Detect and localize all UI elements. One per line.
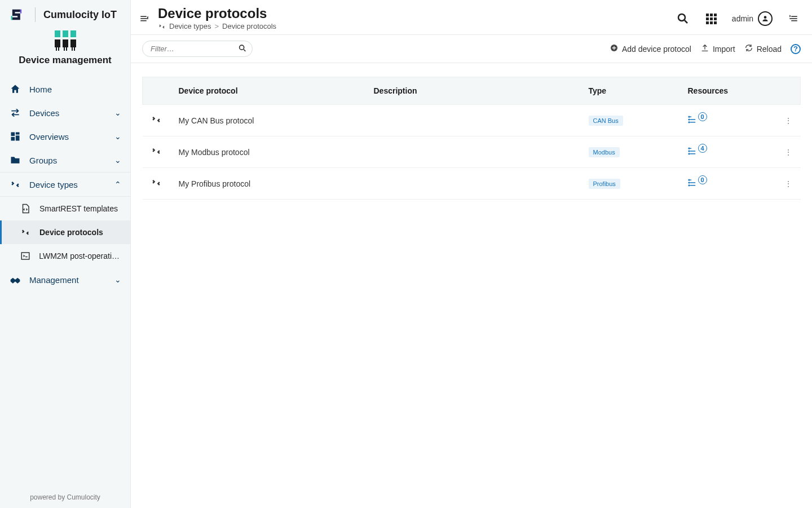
brand: Cumulocity IoT (0, 0, 130, 27)
nav-sub-lwm2m[interactable]: LWM2M post-operations (0, 244, 130, 268)
table-row[interactable]: My Modbus protocol Modbus 4 ⋮ (143, 136, 801, 168)
svg-point-27 (764, 16, 767, 19)
cell-desc (366, 136, 581, 168)
svg-rect-23 (714, 17, 717, 20)
svg-point-28 (240, 45, 244, 50)
chevron-down-icon: ⌄ (114, 156, 121, 165)
nav-groups[interactable]: Groups ⌄ (0, 148, 130, 172)
type-chip: Modbus (589, 147, 620, 157)
svg-rect-24 (706, 21, 709, 24)
dashboard-icon (9, 130, 21, 143)
row-menu-button[interactable]: ⋮ (784, 148, 793, 157)
svg-rect-1 (63, 30, 68, 37)
svg-rect-0 (55, 30, 60, 37)
protocol-icon (158, 23, 166, 30)
protocol-icon (151, 118, 162, 127)
svg-rect-4 (63, 39, 68, 47)
svg-rect-3 (55, 39, 60, 47)
filter-input[interactable] (142, 41, 253, 57)
row-menu-button[interactable]: ⋮ (784, 179, 793, 188)
svg-rect-26 (714, 21, 717, 24)
protocol-icon (19, 226, 32, 238)
svg-point-30 (689, 116, 690, 117)
table-row[interactable]: My Profibus protocol Profibus 0 ⋮ (143, 168, 801, 200)
svg-point-35 (689, 153, 690, 154)
handshake-icon (9, 273, 21, 286)
cell-desc (366, 168, 581, 200)
svg-rect-11 (74, 47, 75, 51)
add-device-protocol-button[interactable]: Add device protocol (610, 43, 691, 54)
import-button[interactable]: Import (700, 43, 735, 54)
th-description[interactable]: Description (366, 77, 581, 105)
svg-rect-20 (714, 14, 717, 16)
breadcrumb-root[interactable]: Device types (169, 22, 211, 30)
resource-badge: 0 (688, 178, 710, 187)
nav-device-types[interactable]: Device types ⌃ (0, 172, 130, 197)
svg-point-33 (689, 148, 690, 149)
toolbar: Add device protocol Import Reload ? (131, 35, 812, 63)
refresh-icon (744, 43, 753, 54)
search-icon (238, 43, 247, 54)
svg-rect-14 (16, 135, 20, 140)
folder-icon (9, 154, 21, 166)
app-icon (51, 29, 80, 53)
nav-sub-device-protocols[interactable]: Device protocols (0, 220, 130, 244)
th-resources[interactable]: Resources (680, 77, 776, 105)
main: Device protocols Device types > Device p… (131, 0, 812, 508)
table-row[interactable]: My CAN Bus protocol CAN Bus 0 ⋮ (143, 105, 801, 136)
apps-grid-button[interactable] (704, 11, 718, 26)
nav-sub-smartrest[interactable]: SmartREST templates (0, 197, 130, 220)
protocol-table: Device protocol Description Type Resourc… (142, 77, 801, 200)
nav-overviews[interactable]: Overviews ⌄ (0, 125, 130, 148)
nav-devices[interactable]: Devices ⌄ (0, 101, 130, 125)
resource-badge: 0 (688, 115, 710, 124)
cell-name: My Modbus protocol (171, 136, 366, 168)
th-protocol[interactable]: Device protocol (171, 77, 366, 105)
type-chip: Profibus (589, 179, 620, 189)
app-title: Device management (0, 55, 130, 66)
avatar-icon (758, 11, 773, 26)
user-menu[interactable]: admin (732, 11, 773, 26)
svg-rect-8 (64, 47, 65, 51)
breadcrumb: Device types > Device protocols (158, 22, 676, 30)
svg-rect-22 (710, 17, 713, 20)
help-button[interactable]: ? (791, 44, 801, 54)
svg-rect-21 (706, 17, 709, 20)
svg-rect-19 (710, 14, 713, 16)
svg-point-36 (689, 179, 690, 180)
breadcrumb-sep: > (214, 22, 219, 30)
page-title: Device protocols (158, 6, 676, 21)
svg-rect-5 (70, 39, 76, 47)
content: Device protocol Description Type Resourc… (131, 63, 812, 508)
svg-rect-6 (56, 47, 57, 51)
chevron-up-icon: ⌃ (114, 180, 121, 189)
global-search-button[interactable] (676, 11, 690, 26)
protocol-icon (9, 178, 21, 191)
breadcrumb-current: Device protocols (222, 22, 276, 30)
reload-button[interactable]: Reload (744, 43, 782, 54)
nav-home[interactable]: Home (0, 77, 130, 101)
svg-point-38 (689, 185, 690, 186)
resource-badge: 4 (688, 147, 710, 156)
svg-rect-18 (706, 14, 709, 16)
app-icon-block: Device management (0, 27, 130, 73)
upload-icon (700, 43, 709, 54)
row-menu-button[interactable]: ⋮ (784, 116, 793, 125)
svg-point-32 (689, 122, 690, 123)
right-panel-toggle[interactable] (786, 11, 801, 26)
sidebar-footer: powered by Cumulocity (0, 487, 130, 508)
collapse-sidebar-button[interactable] (138, 12, 151, 25)
protocol-icon (151, 149, 162, 158)
file-code-icon (19, 202, 32, 215)
topbar: Device protocols Device types > Device p… (131, 0, 812, 35)
th-type[interactable]: Type (581, 77, 680, 105)
nav-management[interactable]: Management ⌄ (0, 268, 130, 291)
home-icon (9, 83, 21, 95)
sidebar: Cumulocity IoT Device management (0, 0, 131, 508)
svg-rect-12 (11, 132, 15, 136)
svg-point-31 (689, 119, 690, 120)
filter-wrap (142, 41, 253, 57)
chevron-down-icon: ⌄ (114, 275, 121, 284)
cell-desc (366, 105, 581, 136)
svg-rect-7 (58, 47, 59, 51)
